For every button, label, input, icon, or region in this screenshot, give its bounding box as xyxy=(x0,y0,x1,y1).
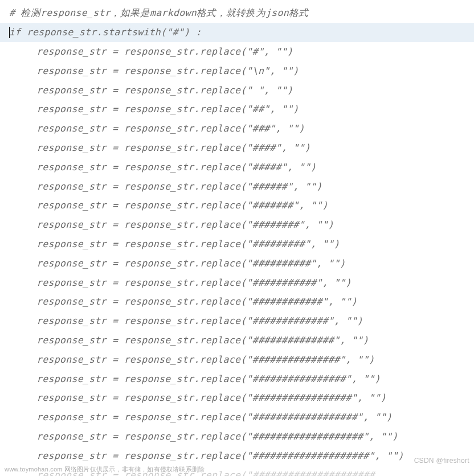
code-line[interactable]: response_str = response_str.replace(" ",… xyxy=(0,80,474,100)
code-text: # 检测response_str，如果是markdown格式，就转换为json格… xyxy=(9,7,309,19)
code-text: response_str = response_str.replace("#",… xyxy=(36,46,293,57)
code-line[interactable]: response_str = response_str.replace("###… xyxy=(0,427,474,446)
code-line[interactable]: response_str = response_str.replace("###… xyxy=(0,235,474,254)
code-text: response_str = response_str.replace("###… xyxy=(36,123,305,134)
code-line[interactable]: response_str = response_str.replace("###… xyxy=(0,350,474,369)
code-line[interactable]: response_str = response_str.replace("###… xyxy=(0,292,474,311)
code-text: response_str = response_str.replace("###… xyxy=(36,374,381,384)
code-line[interactable]: response_str = response_str.replace("###… xyxy=(0,215,474,235)
code-line[interactable]: response_str = response_str.replace("###… xyxy=(0,253,474,273)
code-text: response_str = response_str.replace("###… xyxy=(36,412,392,422)
code-text: response_str = response_str.replace("###… xyxy=(36,354,375,365)
code-text: if response_str.startswith("#") : xyxy=(9,27,202,38)
code-text: response_str = response_str.replace("###… xyxy=(36,431,398,442)
code-line[interactable]: response_str = response_str.replace("###… xyxy=(0,446,474,465)
code-line[interactable]: response_str = response_str.replace("\n"… xyxy=(0,61,474,80)
code-line[interactable]: response_str = response_str.replace("#",… xyxy=(0,42,474,61)
code-line[interactable]: response_str = response_str.replace("###… xyxy=(0,388,474,408)
code-editor[interactable]: # 检测response_str，如果是markdown格式，就转换为json格… xyxy=(0,0,474,476)
code-text: response_str = response_str.replace("###… xyxy=(36,181,322,192)
code-text: response_str = response_str.replace("###… xyxy=(36,219,334,230)
code-text: response_str = response_str.replace("###… xyxy=(36,239,340,249)
code-text: response_str = response_str.replace("###… xyxy=(36,277,352,288)
code-text: response_str = response_str.replace("###… xyxy=(36,392,386,403)
code-line[interactable]: response_str = response_str.replace("###… xyxy=(0,273,474,292)
code-text: response_str = response_str.replace("###… xyxy=(36,315,363,326)
code-line[interactable]: response_str = response_str.replace("###… xyxy=(0,177,474,196)
code-text: response_str = response_str.replace("###… xyxy=(36,162,316,173)
code-text: response_str = response_str.replace("###… xyxy=(36,200,328,211)
code-line[interactable]: response_str = response_str.replace("##"… xyxy=(0,100,474,119)
code-text: response_str = response_str.replace("##"… xyxy=(36,104,299,114)
code-line[interactable]: response_str = response_str.replace("###… xyxy=(0,157,474,177)
code-text: response_str = response_str.replace(" ",… xyxy=(36,85,293,96)
code-line[interactable]: response_str = response_str.replace("###… xyxy=(0,369,474,388)
code-line[interactable]: response_str = response_str.replace("###… xyxy=(0,331,474,350)
code-text: response_str = response_str.replace("###… xyxy=(36,296,357,307)
code-line[interactable]: response_str = response_str.replace("###… xyxy=(0,311,474,331)
code-text: response_str = response_str.replace("###… xyxy=(36,450,404,461)
code-line[interactable]: # 检测response_str，如果是markdown格式，就转换为json格… xyxy=(0,3,474,23)
code-line[interactable]: if response_str.startswith("#") : xyxy=(0,23,474,42)
code-line[interactable]: response_str = response_str.replace("###… xyxy=(0,408,474,427)
code-line[interactable]: response_str = response_str.replace("###… xyxy=(0,138,474,158)
code-text: response_str = response_str.replace("###… xyxy=(36,142,310,153)
code-text: response_str = response_str.replace("###… xyxy=(36,335,369,346)
watermark-author: CSDN @fireshort xyxy=(414,457,469,465)
code-text: response_str = response_str.replace("###… xyxy=(36,258,345,269)
code-line[interactable]: response_str = response_str.replace("###… xyxy=(0,119,474,138)
code-line[interactable]: response_str = response_str.replace("###… xyxy=(0,196,474,215)
code-text: response_str = response_str.replace("\n"… xyxy=(36,65,299,76)
watermark-site: www.toymohan.com 网络图片仅供展示，非有储，如有侵权请联系删除 xyxy=(5,465,205,474)
